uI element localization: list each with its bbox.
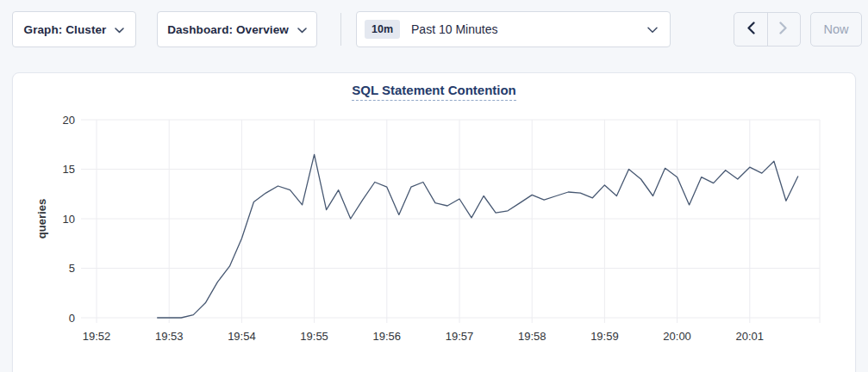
y-tick-label: 5 (69, 262, 75, 275)
y-tick-label: 0 (69, 312, 75, 325)
x-tick-label: 19:54 (228, 330, 256, 343)
series-line (157, 154, 798, 318)
dashboard-dropdown[interactable]: Dashboard: Overview (157, 11, 317, 47)
chart-grid (81, 120, 820, 323)
time-range-label: Past 10 Minutes (411, 22, 647, 36)
chevron-down-icon (115, 23, 124, 36)
time-prev-button[interactable] (734, 13, 767, 46)
y-tick-label: 20 (63, 114, 75, 127)
x-tick-label: 19:52 (83, 330, 111, 343)
x-tick-label: 19:59 (590, 330, 619, 343)
x-tick-label: 20:01 (736, 330, 765, 343)
y-tick-label: 15 (63, 163, 75, 176)
chevron-right-icon (779, 22, 788, 37)
chevron-down-icon (297, 23, 307, 36)
time-range-selector[interactable]: 10m Past 10 Minutes (356, 11, 671, 47)
y-axis-title: queries (35, 199, 48, 239)
x-tick-label: 19:58 (518, 330, 546, 343)
sql-contention-chart: 0510152019:5219:5319:5419:5519:5619:5719… (13, 73, 855, 357)
x-tick-label: 19:53 (155, 330, 184, 343)
chart-axis-labels: 0510152019:5219:5319:5419:5519:5619:5719… (35, 114, 764, 344)
x-tick-label: 19:56 (373, 330, 402, 343)
time-range-badge: 10m (365, 20, 400, 40)
now-button[interactable]: Now (810, 12, 862, 46)
chevron-down-icon (647, 23, 658, 36)
chart-panel: SQL Statement Contention 0510152019:5219… (12, 72, 856, 372)
toolbar-divider (340, 13, 341, 46)
x-tick-label: 19:55 (300, 330, 328, 343)
y-tick-label: 10 (63, 213, 75, 226)
graph-dropdown-label: Graph: Cluster (24, 23, 107, 36)
time-next-button[interactable] (767, 13, 801, 46)
chevron-left-icon (746, 22, 755, 37)
x-tick-label: 20:00 (663, 330, 691, 343)
x-tick-label: 19:57 (446, 330, 474, 343)
dashboard-dropdown-label: Dashboard: Overview (167, 23, 289, 36)
graph-dropdown[interactable]: Graph: Cluster (12, 11, 136, 47)
time-nav-group (734, 12, 801, 46)
